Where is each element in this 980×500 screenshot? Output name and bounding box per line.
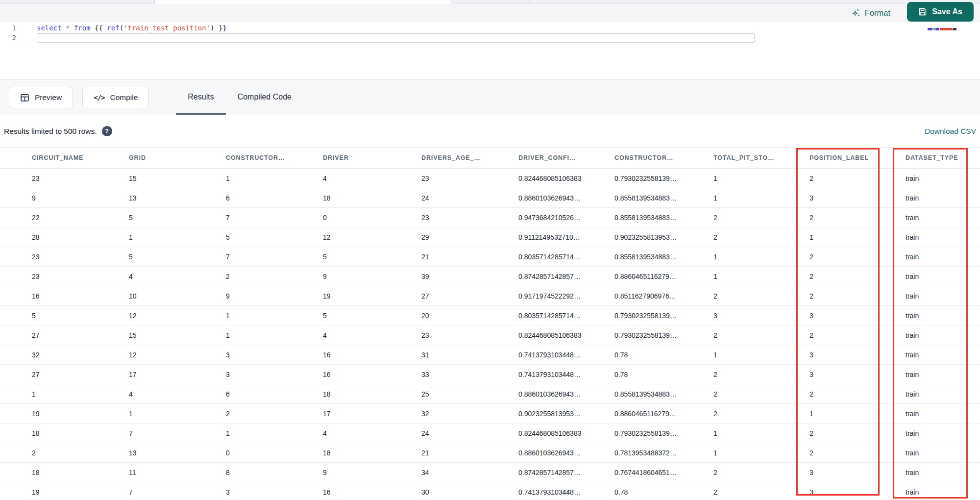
help-icon[interactable]: ?: [102, 126, 112, 136]
table-cell: 34: [421, 469, 518, 476]
table-cell: 2: [226, 410, 323, 418]
table-cell: 27: [421, 292, 518, 300]
tabstrip-divider: [451, 0, 451, 4]
table-row: 23429390.8742857142857…0.8860465116279…1…: [0, 267, 980, 286]
table-cell: train: [906, 331, 980, 339]
code-token: 'train_test_position': [123, 24, 210, 32]
table-cell: train: [906, 273, 980, 280]
table-cell: 24: [421, 429, 518, 437]
table-row: 14618250.8860103626943…0.8558139534883…2…: [0, 384, 980, 404]
table-cell: train: [906, 214, 980, 222]
save-as-label: Save As: [932, 7, 962, 16]
panel-toolbar: Preview </> Compile Results Compiled Cod…: [0, 80, 980, 115]
table-cell: 21: [421, 253, 518, 261]
window-tabstrip: [0, 0, 980, 4]
result-tabs: Results Compiled Code: [176, 80, 303, 115]
ide-page: Format Save As 12 select * from {{ ref('…: [0, 0, 980, 500]
editor-code[interactable]: select * from {{ ref('train_test_positio…: [27, 23, 980, 43]
code-token: ): [210, 24, 214, 32]
table-cell: 3: [809, 469, 906, 476]
save-as-button[interactable]: Save As: [907, 2, 974, 22]
table-cell: 16: [323, 351, 421, 359]
table-row: 913618240.8860103626943…0.8558139534883……: [0, 188, 980, 208]
table-cell: 10: [129, 292, 226, 300]
table-cell: 23: [0, 253, 129, 261]
table-row: 231514230.8244680851063830.7930232558139…: [0, 169, 980, 188]
table-cell: 9: [323, 273, 421, 280]
table-cell: train: [906, 351, 980, 359]
table-cell: 1: [713, 253, 809, 261]
table-cell: 3: [226, 488, 323, 496]
minimap-segment: [953, 28, 956, 30]
table-cell: 0.7413793103448…: [518, 488, 614, 496]
column-header: CONSTRUCTOR…: [226, 154, 323, 161]
column-header: DRIVER_CONFI…: [518, 154, 614, 161]
code-token: [62, 24, 66, 32]
table-cell: 1: [713, 429, 809, 437]
table-cell: 1: [226, 331, 323, 339]
table-row: 213018210.8860103626943…0.7813953488372……: [0, 443, 980, 463]
table-cell: 2: [809, 273, 906, 280]
table-cell: 12: [129, 312, 226, 320]
table-cell: 25: [421, 390, 518, 398]
table-row: 271514230.8244680851063830.7930232558139…: [0, 325, 980, 345]
table-cell: 6: [226, 390, 323, 398]
save-icon: [918, 7, 927, 16]
table-cell: 1: [226, 175, 323, 182]
table-cell: 8: [226, 469, 323, 476]
results-header: Results limited to 500 rows. ? Download …: [0, 115, 980, 147]
table-cell: 3: [809, 351, 906, 359]
preview-button[interactable]: Preview: [9, 87, 73, 108]
table-cell: 33: [421, 371, 518, 378]
sparkles-icon: [850, 8, 860, 18]
code-token: ref: [107, 24, 119, 32]
table-cell: 2: [713, 292, 809, 300]
table-cell: 0.7674418604651…: [614, 469, 713, 476]
table-cell: 19: [323, 292, 421, 300]
table-cell: 17: [323, 410, 421, 418]
table-cell: 18: [0, 429, 129, 437]
compile-button[interactable]: </> Compile: [82, 87, 149, 108]
table-cell: 11: [129, 469, 226, 476]
sql-editor[interactable]: 12 select * from {{ ref('train_test_posi…: [0, 22, 980, 80]
table-cell: 0.7413793103448…: [518, 371, 614, 378]
table-cell: 0.9023255813953…: [614, 233, 713, 241]
table-cell: 32: [421, 410, 518, 418]
tab-compiled-code[interactable]: Compiled Code: [226, 80, 303, 115]
table-cell: 19: [0, 410, 129, 418]
download-csv-link[interactable]: Download CSV: [925, 127, 976, 136]
table-cell: 13: [129, 194, 226, 202]
code-line: select * from {{ ref('train_test_positio…: [27, 23, 980, 33]
table-cell: 7: [226, 253, 323, 261]
table-cell: 2: [0, 449, 129, 457]
table-row: 18714240.8244680851063830.7930232558139……: [0, 424, 980, 443]
table-cell: 2: [809, 292, 906, 300]
table-cell: 18: [323, 194, 421, 202]
table-body: 231514230.8244680851063830.7930232558139…: [0, 169, 980, 500]
table-cell: 1: [809, 410, 906, 418]
table-cell: 0.8860465116279…: [614, 273, 713, 280]
table-row: 191217320.9023255813953…0.8860465116279……: [0, 404, 980, 424]
table-cell: 28: [0, 233, 129, 241]
column-header: POSITION_LABEL: [809, 154, 906, 161]
table-cell: 1: [129, 233, 226, 241]
table-cell: 12: [323, 233, 421, 241]
tab-results[interactable]: Results: [176, 80, 225, 115]
table-cell: 0.8860103626943…: [518, 390, 614, 398]
cursor-selection-box: [37, 33, 755, 43]
table-cell: 23: [421, 175, 518, 182]
table-cell: 2: [809, 390, 906, 398]
table-cell: 0.8860465116279…: [614, 410, 713, 418]
column-header: CONSTRUCTOR…: [614, 154, 713, 161]
table-cell: 23: [421, 214, 518, 222]
table-cell: train: [906, 488, 980, 496]
table-cell: 2: [809, 331, 906, 339]
tabstrip-divider: [529, 0, 530, 4]
column-header: DRIVER: [323, 154, 421, 161]
table-cell: 1: [809, 233, 906, 241]
table-cell: 30: [421, 488, 518, 496]
format-button[interactable]: Format: [850, 4, 890, 22]
code-token: }}: [215, 24, 227, 32]
table-cell: 29: [421, 233, 518, 241]
table-cell: 0.8742857142857…: [518, 273, 614, 280]
